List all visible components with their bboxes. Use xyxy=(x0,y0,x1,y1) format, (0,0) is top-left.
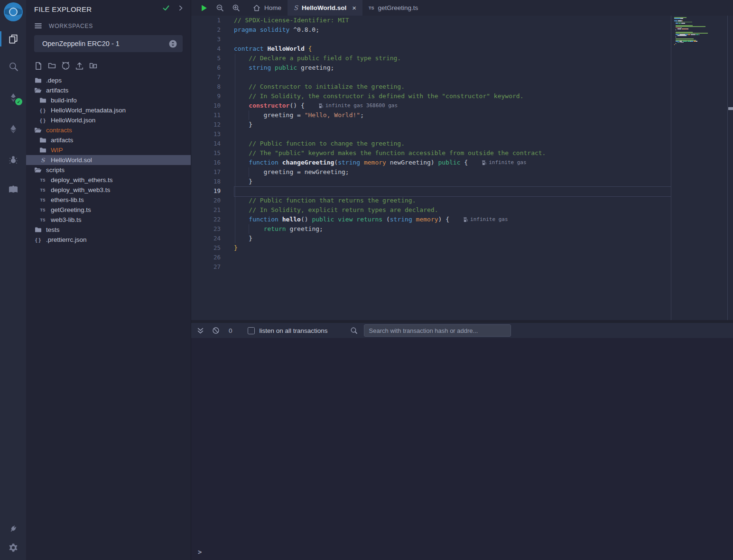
line-number: 7 xyxy=(191,73,234,82)
new-file-icon[interactable] xyxy=(34,62,43,70)
search-icon[interactable] xyxy=(0,57,26,76)
code-line-5[interactable]: 5 // Declare a public field of type stri… xyxy=(191,54,733,63)
code-line-21[interactable]: 21 // In Solidity, explicit return types… xyxy=(191,205,733,215)
line-number: 22 xyxy=(191,215,234,224)
close-tab-icon[interactable]: × xyxy=(352,4,356,12)
code-line-10[interactable]: 10 constructor() {infinite gas 368600 ga… xyxy=(191,101,733,110)
code-line-1[interactable]: 1// SPDX-License-Identifier: MIT xyxy=(191,16,733,25)
tree-item-tests[interactable]: tests xyxy=(26,225,191,235)
code-editor[interactable]: 1// SPDX-License-Identifier: MIT2pragma … xyxy=(191,16,733,320)
tree-item-.prettierrc.json[interactable]: { }.prettierrc.json xyxy=(26,235,191,245)
code-line-11[interactable]: 11 greeting = "Hello, World!"; xyxy=(191,110,733,120)
workspaces-menu-icon[interactable] xyxy=(34,22,42,30)
indent-guide xyxy=(235,54,235,243)
home-icon xyxy=(253,4,260,12)
code-line-23[interactable]: 23 return greeting; xyxy=(191,224,733,234)
indent-guide xyxy=(249,167,249,177)
new-folder-icon[interactable] xyxy=(47,62,56,70)
tree-item-WIP[interactable]: WIP xyxy=(26,145,191,155)
tree-item-HelloWorld.json[interactable]: { }HelloWorld.json xyxy=(26,115,191,125)
code-line-20[interactable]: 20 // Public function that returns the g… xyxy=(191,196,733,205)
code-line-7[interactable]: 7 xyxy=(191,73,733,82)
line-number: 10 xyxy=(191,101,234,110)
code-text: // Public function that returns the gree… xyxy=(234,196,416,205)
workspace-stepper-icon[interactable] xyxy=(169,40,177,48)
tree-item-artifacts[interactable]: artifacts xyxy=(26,85,191,95)
tree-item-label: WIP xyxy=(51,147,63,154)
minimap[interactable] xyxy=(674,17,718,48)
code-line-9[interactable]: 9 // In Solidity, the constructor is def… xyxy=(191,92,733,101)
scrollbar-thumb[interactable] xyxy=(728,107,733,110)
code-line-16[interactable]: 16 function changeGreeting(string memory… xyxy=(191,158,733,167)
tree-item-getGreeting.ts[interactable]: TSgetGreeting.ts xyxy=(26,205,191,215)
tree-item-web3-lib.ts[interactable]: TSweb3-lib.ts xyxy=(26,215,191,225)
transaction-search-input[interactable] xyxy=(364,324,511,337)
code-line-17[interactable]: 17 greeting = newGreeting; xyxy=(191,167,733,177)
settings-gear-icon[interactable] xyxy=(0,538,26,557)
line-number: 8 xyxy=(191,82,234,92)
tree-item-HelloWorld.sol[interactable]: SHelloWorld.sol xyxy=(26,155,191,165)
ts-icon: TS xyxy=(39,188,46,193)
terminal-body[interactable]: > xyxy=(191,338,733,560)
tab-getGreeting.ts[interactable]: TSgetGreeting.ts xyxy=(362,0,424,16)
zoom-out-icon[interactable] xyxy=(216,4,224,12)
terminal-toolbar: 0 listen on all transactions xyxy=(191,323,733,338)
code-line-26[interactable]: 26 xyxy=(191,253,733,262)
code-line-25[interactable]: 25} xyxy=(191,243,733,253)
code-line-24[interactable]: 24 } xyxy=(191,234,733,243)
solidity-compiler-icon[interactable]: ✓ xyxy=(0,88,26,107)
workspace-select[interactable]: OpenZeppelin ERC20 - 1 xyxy=(34,35,183,52)
debugger-icon[interactable] xyxy=(0,150,26,169)
code-line-12[interactable]: 12 } xyxy=(191,120,733,129)
line-number: 26 xyxy=(191,253,234,262)
tab-Home[interactable]: Home xyxy=(247,0,288,16)
listen-checkbox[interactable] xyxy=(248,327,255,334)
folder-icon xyxy=(39,137,46,143)
code-line-2[interactable]: 2pragma solidity ^0.8.0; xyxy=(191,25,733,35)
line-number: 23 xyxy=(191,224,234,234)
tree-item-HelloWorld_metadata.json[interactable]: { }HelloWorld_metadata.json xyxy=(26,105,191,115)
code-line-15[interactable]: 15 // The "public" keyword makes the fun… xyxy=(191,148,733,158)
remix-logo-icon[interactable] xyxy=(2,1,24,23)
clear-console-icon[interactable] xyxy=(212,327,220,334)
plugin-manager-icon[interactable] xyxy=(0,519,26,538)
chevron-right-icon[interactable] xyxy=(177,5,184,13)
tree-item-ethers-lib.ts[interactable]: TSethers-lib.ts xyxy=(26,195,191,205)
code-line-19[interactable]: 19 xyxy=(191,186,733,196)
line-number: 15 xyxy=(191,148,234,158)
tab-HelloWorld.sol[interactable]: SHelloWorld.sol× xyxy=(288,0,362,16)
github-icon[interactable] xyxy=(61,61,70,70)
tab-label: getGreeting.ts xyxy=(378,4,418,11)
tree-item-scripts[interactable]: scripts xyxy=(26,165,191,175)
upload-folder-icon[interactable] xyxy=(89,62,98,70)
code-line-13[interactable]: 13 xyxy=(191,129,733,139)
zoom-in-icon[interactable] xyxy=(232,4,240,12)
code-line-8[interactable]: 8 // Constructor to initialize the greet… xyxy=(191,82,733,92)
tree-item-contracts[interactable]: contracts xyxy=(26,125,191,135)
tree-item-deploy_with_web3.ts[interactable]: TSdeploy_with_web3.ts xyxy=(26,185,191,195)
code-line-18[interactable]: 18 } xyxy=(191,177,733,186)
run-script-icon[interactable] xyxy=(201,4,208,12)
tree-item-deploy_with_ethers.ts[interactable]: TSdeploy_with_ethers.ts xyxy=(26,175,191,185)
line-number: 11 xyxy=(191,110,234,120)
deploy-run-icon[interactable] xyxy=(0,119,26,138)
indent-guide xyxy=(249,224,249,234)
file-explorer-icon[interactable] xyxy=(0,29,26,48)
code-line-4[interactable]: 4contract HelloWorld { xyxy=(191,44,733,54)
line-number: 5 xyxy=(191,54,234,63)
code-line-22[interactable]: 22 function hello() public view returns … xyxy=(191,215,733,224)
learneth-book-icon[interactable] xyxy=(0,180,26,199)
tree-item-.deps[interactable]: .deps xyxy=(26,75,191,85)
upload-file-icon[interactable] xyxy=(75,62,84,70)
code-text: // In Solidity, the constructor is defin… xyxy=(234,92,523,101)
code-line-3[interactable]: 3 xyxy=(191,35,733,44)
accept-check-icon[interactable] xyxy=(162,4,170,14)
tree-item-build-info[interactable]: build-info xyxy=(26,95,191,105)
code-line-6[interactable]: 6 string public greeting; xyxy=(191,63,733,73)
tree-item-artifacts[interactable]: artifacts xyxy=(26,135,191,145)
expand-terminal-icon[interactable] xyxy=(197,327,204,334)
line-number: 27 xyxy=(191,262,234,272)
code-text: // Public function to change the greetin… xyxy=(234,139,405,148)
code-line-14[interactable]: 14 // Public function to change the gree… xyxy=(191,139,733,148)
code-line-27[interactable]: 27 xyxy=(191,262,733,272)
